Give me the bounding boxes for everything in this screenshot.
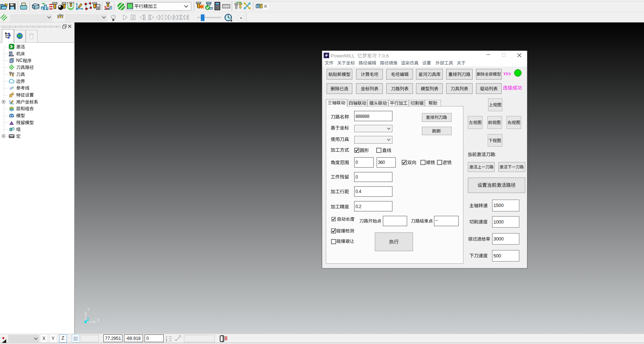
svg-text:z: z <box>166 340 167 342</box>
svg-text:Z: Z <box>86 317 89 322</box>
svg-text:Y: Y <box>87 307 90 312</box>
svg-text:X: X <box>97 318 100 322</box>
